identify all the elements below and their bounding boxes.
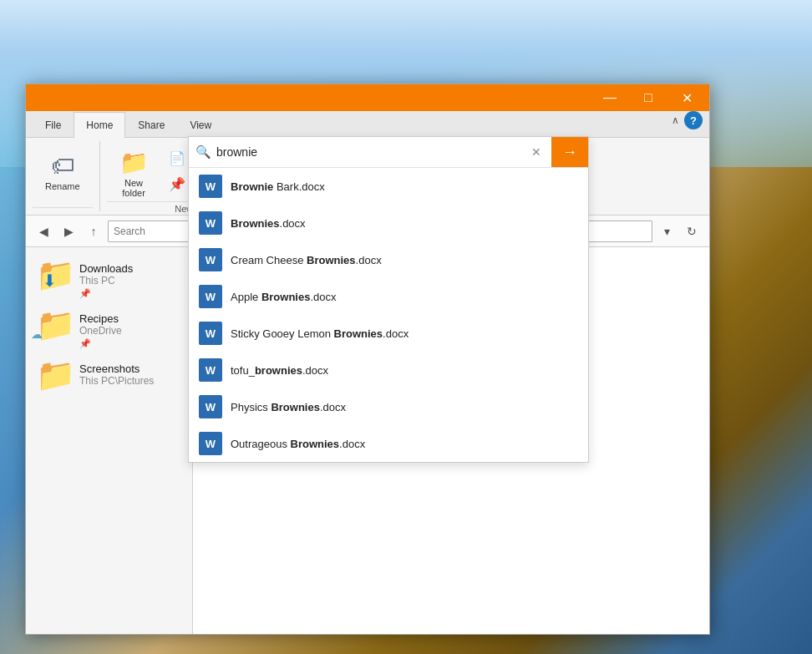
result-name: Brownie Bark.docx (231, 180, 325, 193)
clipboard-group-label (33, 207, 93, 211)
sidebar-item-downloads[interactable]: 📁 ⬇ Downloads This PC 📌 (26, 254, 192, 304)
search-result-item[interactable]: WBrownie Bark.docx (189, 168, 588, 205)
search-results: WBrownie Bark.docxWBrownies.docxWCream C… (189, 168, 588, 462)
cloud-icon: ☁ (31, 327, 43, 341)
help-button[interactable]: ? (684, 111, 703, 129)
downloads-sub: This PC (79, 275, 133, 286)
result-name: Outrageous Brownies.docx (231, 438, 365, 450)
result-name: Cream Cheese Brownies.docx (231, 254, 382, 266)
search-result-item[interactable]: WOutrageous Brownies.docx (189, 425, 588, 462)
up-button[interactable]: ↑ (83, 221, 104, 242)
back-button[interactable]: ◀ (33, 221, 54, 242)
word-icon: W (199, 285, 222, 308)
downloads-info: Downloads This PC 📌 (79, 259, 133, 299)
new-folder-label: Newfolder (122, 178, 145, 198)
search-result-item[interactable]: WPhysics Brownies.docx (189, 388, 588, 425)
tab-home[interactable]: Home (74, 112, 125, 138)
search-dropdown: 🔍 ✕ → WBrownie Bark.docxWBrownies.docxWC… (188, 136, 589, 463)
recipes-info: Recipes OneDrive 📌 (79, 309, 122, 349)
tab-file[interactable]: File (33, 112, 74, 138)
search-go-button[interactable]: → (551, 137, 588, 167)
ribbon-collapse-button[interactable]: ∧ (666, 111, 684, 129)
result-name: Sticky Gooey Lemon Brownies.docx (231, 327, 409, 340)
download-arrow-icon: ⬇ (43, 271, 57, 291)
new-item-icon: 📄 (169, 150, 185, 166)
search-input[interactable] (216, 145, 523, 159)
dropdown-button[interactable]: ▾ (656, 221, 678, 242)
recipes-name: Recipes (79, 312, 122, 325)
word-icon: W (199, 248, 222, 271)
word-icon: W (199, 358, 222, 382)
rename-label: Rename (45, 181, 80, 191)
word-icon: W (199, 175, 222, 198)
ribbon-group-clipboard: 🏷 Rename (26, 141, 100, 211)
screenshots-sub: This PC\Pictures (79, 375, 154, 387)
forward-button[interactable]: ▶ (58, 221, 79, 242)
recipes-pin-icon: 📌 (79, 338, 122, 349)
new-folder-button[interactable]: 📁 Newfolder (110, 143, 158, 200)
sidebar: 📁 ⬇ Downloads This PC 📌 📁 ☁ Recipes OneD… (26, 247, 193, 634)
clipboard-items: 🏷 Rename (33, 141, 93, 207)
rename-icon: 🏷 (51, 152, 74, 180)
screenshots-name: Screenshots (79, 362, 154, 375)
search-result-item[interactable]: WBrownies.docx (189, 205, 588, 241)
result-name: Physics Brownies.docx (231, 401, 346, 413)
result-name: tofu_brownies.docx (231, 364, 328, 377)
word-icon: W (199, 432, 222, 455)
rename-button[interactable]: 🏷 Rename (36, 146, 89, 203)
refresh-button[interactable]: ↻ (681, 221, 703, 242)
search-magnifier-icon: 🔍 (195, 144, 211, 160)
screenshots-info: Screenshots This PC\Pictures (79, 359, 154, 387)
search-result-item[interactable]: WApple Brownies.docx (189, 278, 588, 315)
maximize-button[interactable]: □ (629, 84, 667, 111)
search-result-item[interactable]: WSticky Gooey Lemon Brownies.docx (189, 315, 588, 352)
recipes-folder-wrap: 📁 ☁ (36, 309, 73, 346)
search-result-item[interactable]: Wtofu_brownies.docx (189, 352, 588, 388)
downloads-name: Downloads (79, 262, 133, 275)
word-icon: W (199, 211, 222, 235)
search-result-item[interactable]: WCream Cheese Brownies.docx (189, 241, 588, 278)
result-name: Apple Brownies.docx (231, 291, 336, 303)
tab-share[interactable]: Share (125, 112, 177, 138)
word-icon: W (199, 395, 222, 418)
recipes-sub: OneDrive (79, 325, 122, 337)
sidebar-item-screenshots[interactable]: 📁 Screenshots This PC\Pictures (26, 354, 192, 401)
screenshots-folder-icon: 📁 (36, 357, 75, 393)
easy-access-icon: 📌 (169, 176, 185, 192)
result-name: Brownies.docx (231, 217, 306, 230)
ribbon-tab-bar: File Home Share View ∧ ? (26, 111, 709, 138)
screenshots-folder-wrap: 📁 (36, 359, 73, 396)
sidebar-item-recipes[interactable]: 📁 ☁ Recipes OneDrive 📌 (26, 304, 192, 354)
word-icon: W (199, 322, 222, 345)
tab-view[interactable]: View (177, 112, 224, 138)
new-folder-icon: 📁 (119, 149, 149, 176)
close-button[interactable]: ✕ (667, 84, 706, 111)
search-clear-button[interactable]: ✕ (528, 144, 545, 160)
downloads-pin-icon: 📌 (79, 288, 133, 299)
search-bar: 🔍 ✕ (189, 139, 551, 165)
downloads-folder-wrap: 📁 ⬇ (36, 259, 73, 296)
minimize-button[interactable]: — (591, 84, 629, 111)
titlebar: — □ ✕ (26, 84, 709, 111)
